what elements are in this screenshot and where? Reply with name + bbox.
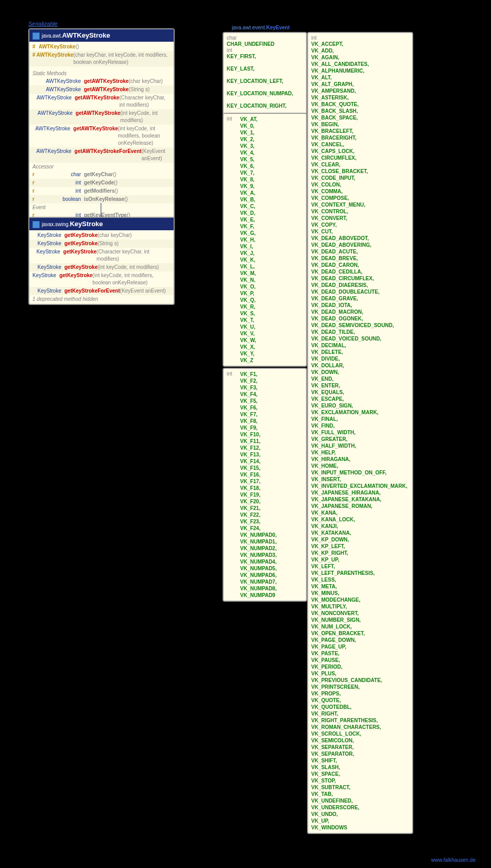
- method-row: KeyStrokegetKeyStrokeForEvent (KeyEvent …: [29, 287, 174, 295]
- const-value: VK_CONVERT,: [311, 215, 408, 222]
- const-value: VK_F,: [240, 223, 258, 230]
- const-value: VK_NUMPAD0,: [240, 532, 277, 538]
- const-value: VK_CONTROL,: [311, 208, 408, 215]
- const-value: VK_PRINTSCREEN,: [311, 684, 408, 690]
- const-value: VK_DELETE,: [311, 349, 408, 355]
- const-value: VK_CANCEL,: [311, 141, 408, 148]
- const-value: VK_F16,: [240, 471, 277, 478]
- const-row: charCHAR_UNDEFINED: [227, 35, 303, 47]
- method-row: AWTKeyStrokegetAWTKeyStrokeForEvent (Key…: [29, 147, 174, 163]
- const-value: VK_PASTE,: [311, 650, 408, 657]
- const-row: KEY_LAST,: [227, 60, 303, 72]
- const-value: VK_Y,: [240, 350, 258, 357]
- const-value: VK_E,: [240, 216, 258, 223]
- const-value: VK_T,: [240, 317, 258, 324]
- const-value: VK_ALPHANUMERIC,: [311, 67, 408, 74]
- const-value: VK_UNDEFINED,: [311, 797, 408, 804]
- const-value: VK_SLASH,: [311, 764, 408, 771]
- const-value: VK_F17,: [240, 478, 277, 485]
- serializable-link[interactable]: Serializable: [28, 21, 58, 27]
- const-value: VK_NUMPAD3,: [240, 552, 277, 558]
- const-value: VK_F13,: [240, 451, 277, 458]
- const-value: VK_UNDO,: [311, 811, 408, 818]
- section-label: Static Methods: [29, 70, 174, 77]
- const-value: VK_F9,: [240, 424, 277, 431]
- const-value: VK_QUOTE,: [311, 697, 408, 704]
- const-value: VK_DEAD_CEDILLA,: [311, 268, 408, 275]
- const-value: VK_NUM_LOCK,: [311, 623, 408, 630]
- method-row: rchargetKeyChar (): [29, 171, 174, 179]
- const-value: VK_F24,: [240, 525, 277, 532]
- const-value: VK_R,: [240, 303, 258, 310]
- const-value: VK_CUT,: [311, 228, 408, 235]
- constructor-row: #AWTKeyStroke (char keyChar, int keyCode…: [29, 51, 174, 66]
- const-value: VK_UNDERSCORE,: [311, 804, 408, 811]
- const-value: VK_6,: [240, 163, 258, 169]
- const-value: VK_D,: [240, 210, 258, 216]
- class-header: java.awt.AWTKeyStroke: [29, 29, 174, 42]
- const-value: VK_HIRAGANA,: [311, 456, 408, 463]
- const-value: VK_F20,: [240, 498, 277, 505]
- const-value: VK_HELP,: [311, 449, 408, 456]
- const-value: VK_SEPARATER,: [311, 744, 408, 751]
- section-label: Event: [29, 203, 174, 211]
- const-value: VK_I,: [240, 243, 258, 250]
- const-value: VK_B,: [240, 196, 258, 203]
- const-value: VK_UP,: [311, 818, 408, 824]
- const-value: VK_F6,: [240, 404, 277, 411]
- const-value: VK_X,: [240, 344, 258, 350]
- const-value: VK_HOME,: [311, 463, 408, 469]
- const-value: VK_DOWN,: [311, 369, 408, 376]
- const-value: VK_F1,: [240, 371, 277, 378]
- const-value: VK_MODECHANGE,: [311, 597, 408, 603]
- const-value: VK_JAPANESE_HIRAGANA,: [311, 489, 408, 496]
- method-row: AWTKeyStrokegetAWTKeyStroke (String s): [29, 86, 174, 94]
- const-value: VK_ALL_CANDIDATES,: [311, 61, 408, 67]
- const-value: VK_F19,: [240, 491, 277, 498]
- const-value: VK_WINDOWS: [311, 824, 408, 831]
- method-row: rintgetModifiers (): [29, 187, 174, 195]
- const-value: VK_AMPERSAND,: [311, 88, 408, 94]
- const-value: VK_BEGIN,: [311, 121, 408, 128]
- const-value: VK_FIND,: [311, 422, 408, 429]
- const-value: VK_PREVIOUS_CANDIDATE,: [311, 677, 408, 684]
- const-value: VK_DEAD_DIAERESIS,: [311, 282, 408, 288]
- const-value: VK_BRACERIGHT,: [311, 134, 408, 141]
- const-value: VK_KP_UP,: [311, 556, 408, 563]
- const-value: VK_DEAD_ACUTE,: [311, 248, 408, 255]
- const-row: intKEY_FIRST,: [227, 47, 303, 60]
- const-value: VK_CONTEXT_MENU,: [311, 201, 408, 208]
- const-value: VK_DEAD_TILDE,: [311, 329, 408, 335]
- const-value: VK_DEAD_DOUBLEACUTE,: [311, 288, 408, 295]
- const-value: VK_KATAKANA,: [311, 530, 408, 536]
- const-value: VK_JAPANESE_ROMAN,: [311, 503, 408, 509]
- const-value: VK_DOLLAR,: [311, 362, 408, 369]
- const-value: VK_7,: [240, 169, 258, 176]
- const-value: VK_F14,: [240, 458, 277, 465]
- const-value: VK_ROMAN_CHARACTERS,: [311, 724, 408, 730]
- method-row: AWTKeyStrokegetAWTKeyStroke (char keyCha…: [29, 77, 174, 86]
- const-value: VK_NUMPAD7,: [240, 578, 277, 585]
- class-icon: [32, 221, 40, 228]
- const-value: VK_F18,: [240, 485, 277, 491]
- const-value: VK_NUMPAD1,: [240, 538, 277, 545]
- const-value: VK_SEMICOLON,: [311, 737, 408, 744]
- const-value: VK_ESCAPE,: [311, 396, 408, 402]
- const-value: VK_LESS,: [311, 576, 408, 583]
- footer-link[interactable]: www.falkhausen.de: [431, 857, 476, 863]
- const-value: VK_COPY,: [311, 222, 408, 228]
- const-value: VK_PLUS,: [311, 670, 408, 677]
- const-value: VK_DEAD_CIRCUMFLEX,: [311, 275, 408, 282]
- method-row: KeyStrokegetKeyStroke (String s): [29, 240, 174, 248]
- const-value: VK_0,: [240, 123, 258, 129]
- const-value: VK_P,: [240, 290, 258, 297]
- const-value: VK_INVERTED_EXCLAMATION_MARK,: [311, 483, 408, 489]
- const-value: VK_BRACELEFT,: [311, 128, 408, 134]
- const-value: VK_DEAD_SEMIVOICED_SOUND,: [311, 322, 408, 329]
- const-value: VK_CLOSE_BRACKET,: [311, 168, 408, 175]
- const-value: VK_8,: [240, 176, 258, 183]
- const-value: VK_SCROLL_LOCK,: [311, 730, 408, 737]
- const-value: VK_K,: [240, 257, 258, 263]
- const-value: VK_DIVIDE,: [311, 355, 408, 362]
- const-value: VK_DEAD_CARON,: [311, 262, 408, 268]
